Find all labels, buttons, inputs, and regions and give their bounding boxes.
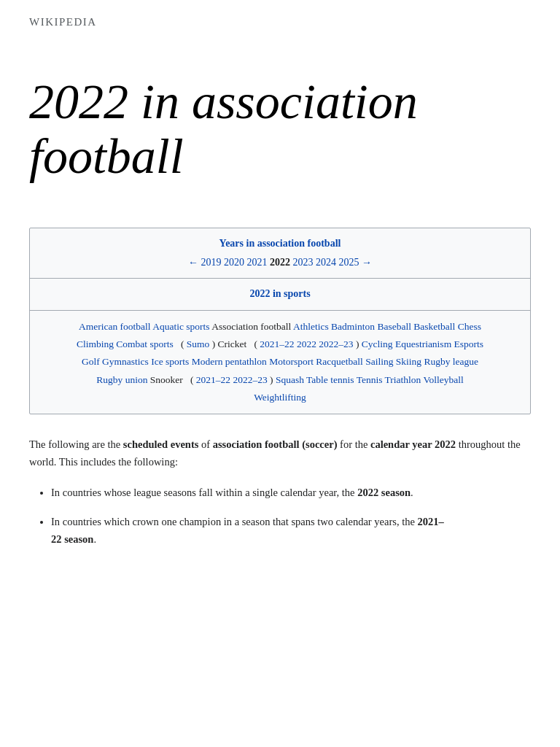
sport-squash[interactable]: Squash <box>276 374 304 385</box>
years-nav-row: ← 2019 2020 2021 2022 2023 2024 2025 → <box>42 255 518 271</box>
sport-ice-sports[interactable]: Ice sports <box>151 356 189 367</box>
sport-cricket-plain: Cricket <box>218 338 247 349</box>
sport-cricket-2022[interactable]: 2022 <box>297 338 316 349</box>
sport-cricket-2021-22[interactable]: 2021–22 <box>260 338 294 349</box>
sport-rugby-league[interactable]: Rugby league <box>424 356 478 367</box>
sport-basketball[interactable]: Basketball <box>413 321 455 332</box>
year-2024-link[interactable]: 2024 <box>316 257 336 268</box>
sport-snooker-2021-22[interactable]: 2021–22 <box>196 374 230 385</box>
sport-snooker-plain: Snooker <box>150 374 183 385</box>
year-2023-link[interactable]: 2023 <box>293 257 314 268</box>
year-2021-link[interactable]: 2021 <box>247 257 268 268</box>
sport-esports[interactable]: Esports <box>454 338 484 349</box>
sport-golf[interactable]: Golf <box>82 356 100 367</box>
sport-american-football[interactable]: American football <box>79 321 151 332</box>
sport-climbing[interactable]: Climbing <box>77 338 114 349</box>
sport-athletics[interactable]: Athletics <box>293 321 329 332</box>
years-nav-title[interactable]: Years in association football <box>42 236 518 252</box>
sport-chess[interactable]: Chess <box>458 321 481 332</box>
sport-rugby-union[interactable]: Rugby union <box>96 374 147 385</box>
season-2022-bold: 2022 season <box>357 487 411 498</box>
sport-modern-pentathlon[interactable]: Modern pentathlon <box>192 356 267 367</box>
bullet-item-2: In countries which crown one champion in… <box>51 514 531 549</box>
calendar-year-bold: calendar year 2022 <box>370 438 456 450</box>
sport-racquetball[interactable]: Racquetball <box>316 356 362 367</box>
page-title: 2022 in association football <box>29 74 531 184</box>
sport-snooker-2022-23[interactable]: 2022–23 <box>233 374 267 385</box>
sport-table-tennis[interactable]: Table tennis <box>306 374 354 385</box>
years-nav-section: Years in association football ← 2019 202… <box>30 228 530 279</box>
scheduled-events-bold: scheduled events <box>123 438 199 450</box>
sport-sailing[interactable]: Sailing <box>365 356 393 367</box>
sport-weightlifting[interactable]: Weightlifting <box>254 392 306 403</box>
sport-cricket-2022-23[interactable]: 2022–23 <box>319 338 353 349</box>
sport-badminton[interactable]: Badminton <box>331 321 375 332</box>
sport-aquatic-sports[interactable]: Aquatic sports <box>152 321 209 332</box>
sport-triathlon[interactable]: Triathlon <box>385 374 421 385</box>
sport-motorsport[interactable]: Motorsport <box>269 356 314 367</box>
sports-section-title[interactable]: 2022 in sports <box>42 286 518 302</box>
sports-links-section: American football Aquatic sports Associa… <box>30 311 530 414</box>
sport-association-football: Association football <box>211 321 291 332</box>
sport-sumo[interactable]: Sumo <box>187 338 210 349</box>
sport-equestrianism[interactable]: Equestrianism <box>395 338 451 349</box>
year-2025-link[interactable]: 2025 <box>339 257 359 268</box>
prev-arrow: ← <box>188 257 201 268</box>
sport-combat-sports[interactable]: Combat sports <box>116 338 173 349</box>
year-2019-link[interactable]: 2019 <box>201 257 222 268</box>
sport-baseball[interactable]: Baseball <box>377 321 411 332</box>
bullet-item-1: In countries whose league seasons fall w… <box>51 484 531 502</box>
sports-title-section: 2022 in sports <box>30 279 530 310</box>
intro-paragraph: The following are the scheduled events o… <box>29 436 531 471</box>
sport-volleyball[interactable]: Volleyball <box>423 374 463 385</box>
assoc-football-bold: association football (soccer) <box>213 438 338 450</box>
navigation-box: Years in association football ← 2019 202… <box>29 228 531 415</box>
year-2020-link[interactable]: 2020 <box>224 257 244 268</box>
current-year: 2022 <box>270 257 290 268</box>
wikipedia-logo: WIKIPEDIA <box>29 0 531 38</box>
sport-cycling[interactable]: Cycling <box>362 338 393 349</box>
sport-gymnastics[interactable]: Gymnastics <box>102 356 149 367</box>
sport-tennis[interactable]: Tennis <box>357 374 383 385</box>
bullet-list: In countries whose league seasons fall w… <box>51 484 531 549</box>
season-2021-22-bold: 2021–22 season <box>51 516 444 545</box>
sport-skiing[interactable]: Skiing <box>396 356 421 367</box>
